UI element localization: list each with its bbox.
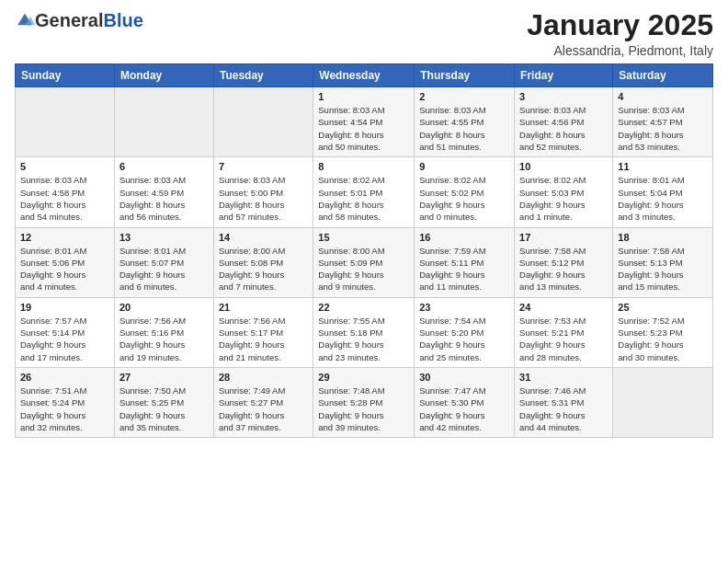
calendar-day-cell: 30Sunrise: 7:47 AMSunset: 5:30 PMDayligh… [415, 367, 515, 437]
calendar-day-cell: 15Sunrise: 8:00 AMSunset: 5:09 PMDayligh… [313, 227, 415, 297]
calendar-day-cell: 2Sunrise: 8:03 AMSunset: 4:55 PMDaylight… [415, 87, 515, 157]
calendar-day-cell [613, 367, 713, 437]
calendar-week-row: 1Sunrise: 8:03 AMSunset: 4:54 PMDaylight… [16, 87, 713, 157]
day-number: 21 [219, 302, 308, 313]
calendar-day-cell [114, 87, 213, 157]
day-number: 1 [318, 91, 409, 102]
day-number: 26 [20, 372, 109, 383]
day-info: Sunrise: 8:03 AMSunset: 4:57 PMDaylight:… [618, 104, 708, 153]
day-info: Sunrise: 8:00 AMSunset: 5:08 PMDaylight:… [219, 245, 308, 293]
calendar-header-row: SundayMondayTuesdayWednesdayThursdayFrid… [16, 64, 713, 87]
day-info: Sunrise: 7:59 AMSunset: 5:11 PMDaylight:… [419, 245, 509, 293]
calendar-day-cell: 8Sunrise: 8:02 AMSunset: 5:01 PMDaylight… [313, 157, 415, 227]
day-number: 11 [618, 161, 708, 172]
calendar-day-cell: 12Sunrise: 8:01 AMSunset: 5:06 PMDayligh… [16, 227, 115, 297]
day-number: 30 [419, 372, 509, 383]
day-of-week-header: Monday [114, 64, 213, 87]
day-number: 27 [119, 372, 209, 383]
day-info: Sunrise: 7:58 AMSunset: 5:12 PMDaylight:… [519, 245, 608, 293]
calendar-day-cell: 9Sunrise: 8:02 AMSunset: 5:02 PMDaylight… [415, 157, 515, 227]
logo-blue: Blue [103, 10, 142, 30]
day-info: Sunrise: 8:03 AMSunset: 4:56 PMDaylight:… [519, 104, 608, 153]
location: Alessandria, Piedmont, Italy [527, 43, 713, 58]
calendar-day-cell: 31Sunrise: 7:46 AMSunset: 5:31 PMDayligh… [515, 367, 613, 437]
calendar-table: SundayMondayTuesdayWednesdayThursdayFrid… [15, 63, 713, 438]
month-title: January 2025 [527, 9, 713, 41]
day-of-week-header: Tuesday [213, 64, 313, 87]
calendar-day-cell: 6Sunrise: 8:03 AMSunset: 4:59 PMDaylight… [114, 157, 213, 227]
day-number: 15 [318, 232, 409, 243]
calendar-day-cell: 26Sunrise: 7:51 AMSunset: 5:24 PMDayligh… [16, 367, 115, 437]
calendar-day-cell [16, 87, 115, 157]
calendar-day-cell: 3Sunrise: 8:03 AMSunset: 4:56 PMDaylight… [515, 87, 613, 157]
day-of-week-header: Wednesday [313, 64, 415, 87]
day-number: 25 [618, 302, 708, 313]
calendar-day-cell: 28Sunrise: 7:49 AMSunset: 5:27 PMDayligh… [213, 367, 313, 437]
day-number: 18 [618, 232, 708, 243]
day-info: Sunrise: 7:50 AMSunset: 5:25 PMDaylight:… [119, 385, 209, 433]
day-number: 2 [419, 91, 509, 102]
day-of-week-header: Sunday [16, 64, 115, 87]
day-info: Sunrise: 7:52 AMSunset: 5:23 PMDaylight:… [618, 315, 708, 363]
day-number: 3 [519, 91, 608, 102]
calendar-week-row: 26Sunrise: 7:51 AMSunset: 5:24 PMDayligh… [16, 367, 713, 437]
day-number: 20 [119, 302, 209, 313]
calendar-day-cell: 19Sunrise: 7:57 AMSunset: 5:14 PMDayligh… [16, 297, 115, 367]
calendar-day-cell: 24Sunrise: 7:53 AMSunset: 5:21 PMDayligh… [515, 297, 613, 367]
day-number: 19 [20, 302, 109, 313]
calendar-day-cell: 27Sunrise: 7:50 AMSunset: 5:25 PMDayligh… [114, 367, 213, 437]
day-number: 28 [219, 372, 308, 383]
day-info: Sunrise: 8:03 AMSunset: 4:58 PMDaylight:… [20, 174, 109, 223]
logo: GeneralBlue [15, 9, 143, 31]
day-info: Sunrise: 8:03 AMSunset: 4:54 PMDaylight:… [318, 104, 409, 153]
day-number: 24 [519, 302, 608, 313]
day-number: 5 [20, 161, 109, 172]
calendar-day-cell: 21Sunrise: 7:56 AMSunset: 5:17 PMDayligh… [213, 297, 313, 367]
day-info: Sunrise: 8:01 AMSunset: 5:04 PMDaylight:… [618, 174, 708, 223]
calendar-day-cell: 25Sunrise: 7:52 AMSunset: 5:23 PMDayligh… [613, 297, 713, 367]
calendar-day-cell [213, 87, 313, 157]
logo-icon [15, 9, 35, 29]
calendar-day-cell: 18Sunrise: 7:58 AMSunset: 5:13 PMDayligh… [613, 227, 713, 297]
day-info: Sunrise: 8:01 AMSunset: 5:07 PMDaylight:… [119, 245, 209, 293]
calendar-day-cell: 4Sunrise: 8:03 AMSunset: 4:57 PMDaylight… [613, 87, 713, 157]
calendar-day-cell: 20Sunrise: 7:56 AMSunset: 5:16 PMDayligh… [114, 297, 213, 367]
calendar-week-row: 5Sunrise: 8:03 AMSunset: 4:58 PMDaylight… [16, 157, 713, 227]
day-info: Sunrise: 7:49 AMSunset: 5:27 PMDaylight:… [219, 385, 308, 433]
calendar-day-cell: 23Sunrise: 7:54 AMSunset: 5:20 PMDayligh… [415, 297, 515, 367]
day-info: Sunrise: 8:02 AMSunset: 5:03 PMDaylight:… [519, 174, 608, 223]
calendar-day-cell: 22Sunrise: 7:55 AMSunset: 5:18 PMDayligh… [313, 297, 415, 367]
day-info: Sunrise: 7:55 AMSunset: 5:18 PMDaylight:… [318, 315, 409, 363]
day-info: Sunrise: 7:47 AMSunset: 5:30 PMDaylight:… [419, 385, 509, 433]
day-number: 22 [318, 302, 409, 313]
day-number: 9 [419, 161, 509, 172]
logo-general: General [35, 10, 103, 30]
day-number: 6 [119, 161, 209, 172]
day-info: Sunrise: 7:51 AMSunset: 5:24 PMDaylight:… [20, 385, 109, 433]
day-info: Sunrise: 7:56 AMSunset: 5:16 PMDaylight:… [119, 315, 209, 363]
day-number: 17 [519, 232, 608, 243]
calendar-day-cell: 13Sunrise: 8:01 AMSunset: 5:07 PMDayligh… [114, 227, 213, 297]
day-info: Sunrise: 7:57 AMSunset: 5:14 PMDaylight:… [20, 315, 109, 363]
calendar-day-cell: 5Sunrise: 8:03 AMSunset: 4:58 PMDaylight… [16, 157, 115, 227]
day-info: Sunrise: 7:46 AMSunset: 5:31 PMDaylight:… [519, 385, 608, 433]
day-info: Sunrise: 8:00 AMSunset: 5:09 PMDaylight:… [318, 245, 409, 293]
day-number: 29 [318, 372, 409, 383]
calendar-day-cell: 11Sunrise: 8:01 AMSunset: 5:04 PMDayligh… [613, 157, 713, 227]
day-info: Sunrise: 8:03 AMSunset: 5:00 PMDaylight:… [219, 174, 308, 223]
calendar-day-cell: 16Sunrise: 7:59 AMSunset: 5:11 PMDayligh… [415, 227, 515, 297]
day-of-week-header: Thursday [415, 64, 515, 87]
day-info: Sunrise: 8:03 AMSunset: 4:55 PMDaylight:… [419, 104, 509, 153]
header: GeneralBlue January 2025 Alessandria, Pi… [15, 9, 713, 58]
calendar-day-cell: 14Sunrise: 8:00 AMSunset: 5:08 PMDayligh… [213, 227, 313, 297]
day-info: Sunrise: 7:53 AMSunset: 5:21 PMDaylight:… [519, 315, 608, 363]
day-number: 14 [219, 232, 308, 243]
day-number: 16 [419, 232, 509, 243]
day-number: 23 [419, 302, 509, 313]
day-of-week-header: Saturday [613, 64, 713, 87]
page: GeneralBlue January 2025 Alessandria, Pi… [0, 0, 728, 563]
day-info: Sunrise: 8:02 AMSunset: 5:02 PMDaylight:… [419, 174, 509, 223]
day-info: Sunrise: 7:58 AMSunset: 5:13 PMDaylight:… [618, 245, 708, 293]
day-number: 10 [519, 161, 608, 172]
calendar-day-cell: 1Sunrise: 8:03 AMSunset: 4:54 PMDaylight… [313, 87, 415, 157]
